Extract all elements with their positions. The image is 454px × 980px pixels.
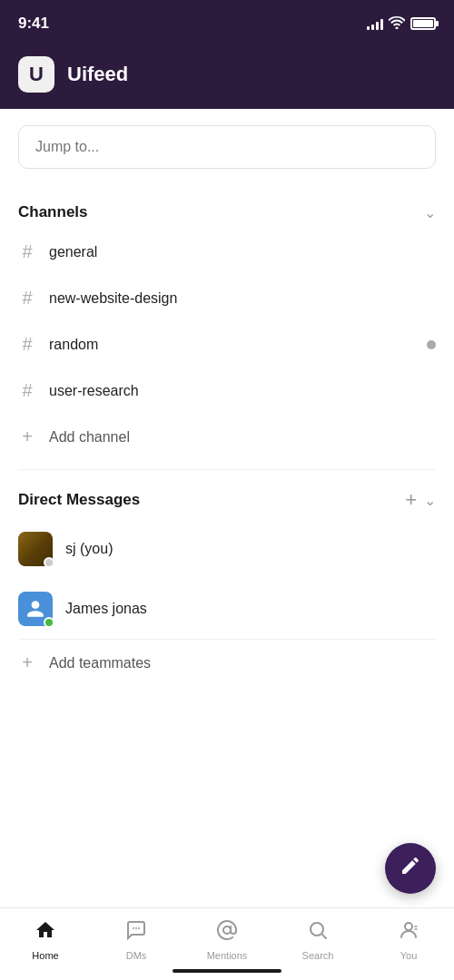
add-channel-label: Add channel (49, 429, 130, 446)
dm-actions: + ⌄ (405, 488, 436, 512)
channel-hash-icon: # (18, 334, 36, 355)
nav-label-search: Search (302, 950, 334, 961)
status-time: 9:41 (18, 15, 49, 33)
logo-letter: U (29, 63, 44, 86)
status-icons (367, 16, 436, 32)
dm-add-icon[interactable]: + (405, 488, 417, 512)
you-icon (398, 919, 419, 946)
channel-name: general (49, 244, 97, 260)
wifi-icon (389, 16, 405, 32)
battery-icon (410, 17, 436, 30)
add-teammates-label: Add teammates (49, 655, 151, 671)
mentions-icon (216, 919, 238, 946)
nav-label-home: Home (32, 950, 58, 961)
nav-label-mentions: Mentions (207, 950, 248, 961)
jump-to-input[interactable] (18, 125, 436, 169)
nav-item-mentions[interactable]: Mentions (182, 908, 272, 971)
app-header: U Uifeed (0, 45, 454, 109)
dms-icon (125, 919, 147, 946)
nav-label-you: You (400, 950, 418, 961)
svg-point-3 (223, 926, 231, 934)
compose-fab[interactable] (385, 843, 436, 894)
channels-section-header: Channels ⌄ (0, 194, 454, 229)
dm-item-james[interactable]: James jonas (0, 579, 454, 639)
avatar-james (18, 592, 53, 626)
svg-point-1 (135, 927, 137, 929)
channel-item-user-research[interactable]: # user-research (0, 368, 454, 414)
status-active-indicator (44, 617, 54, 628)
channel-hash-icon: # (18, 380, 36, 401)
channel-item-random[interactable]: # random (0, 321, 454, 368)
svg-point-4 (311, 923, 323, 936)
app-logo: U (18, 56, 54, 93)
add-teammates-plus-icon: + (18, 652, 36, 673)
channel-hash-icon: # (18, 288, 36, 309)
signal-icon (367, 17, 383, 30)
status-bar: 9:41 (0, 0, 454, 45)
dm-title: Direct Messages (18, 491, 140, 509)
home-icon (35, 919, 56, 946)
add-teammates-button[interactable]: + Add teammates (0, 640, 454, 686)
channels-title: Channels (18, 203, 88, 221)
add-channel-button[interactable]: + Add channel (0, 414, 454, 460)
nav-item-dms[interactable]: DMs (91, 908, 182, 971)
status-away-indicator (44, 557, 54, 568)
app-name: Uifeed (67, 63, 128, 86)
unread-dot (427, 340, 436, 349)
dm-section-header: Direct Messages + ⌄ (0, 479, 454, 519)
nav-item-you[interactable]: You (363, 908, 454, 971)
channels-chevron-icon[interactable]: ⌄ (424, 204, 436, 221)
nav-item-home[interactable]: Home (0, 908, 91, 971)
dm-item-sj[interactable]: sj (you) (0, 519, 454, 579)
svg-point-2 (133, 927, 134, 929)
svg-point-0 (138, 927, 140, 929)
compose-icon (400, 855, 421, 882)
dm-chevron-icon[interactable]: ⌄ (424, 492, 436, 509)
jump-to-container (0, 109, 454, 185)
channel-name: user-research (49, 383, 139, 399)
dm-name-james: James jonas (65, 601, 147, 617)
channel-item-general[interactable]: # general (0, 229, 454, 275)
search-icon (307, 919, 329, 946)
nav-label-dms: DMs (126, 950, 147, 961)
channel-item-new-website-design[interactable]: # new-website-design (0, 275, 454, 321)
nav-item-search[interactable]: Search (272, 908, 363, 971)
channels-section: Channels ⌄ # general # new-website-desig… (0, 185, 454, 469)
channel-name: new-website-design (49, 290, 177, 307)
channel-name: random (49, 337, 98, 353)
channel-hash-icon: # (18, 241, 36, 262)
avatar-sj (18, 532, 53, 566)
add-channel-plus-icon: + (18, 426, 36, 447)
direct-messages-section: Direct Messages + ⌄ sj (you) (0, 470, 454, 695)
main-content: Channels ⌄ # general # new-website-desig… (0, 109, 454, 907)
home-indicator (173, 969, 281, 973)
dm-name-sj: sj (you) (65, 541, 113, 557)
svg-point-5 (405, 923, 412, 930)
